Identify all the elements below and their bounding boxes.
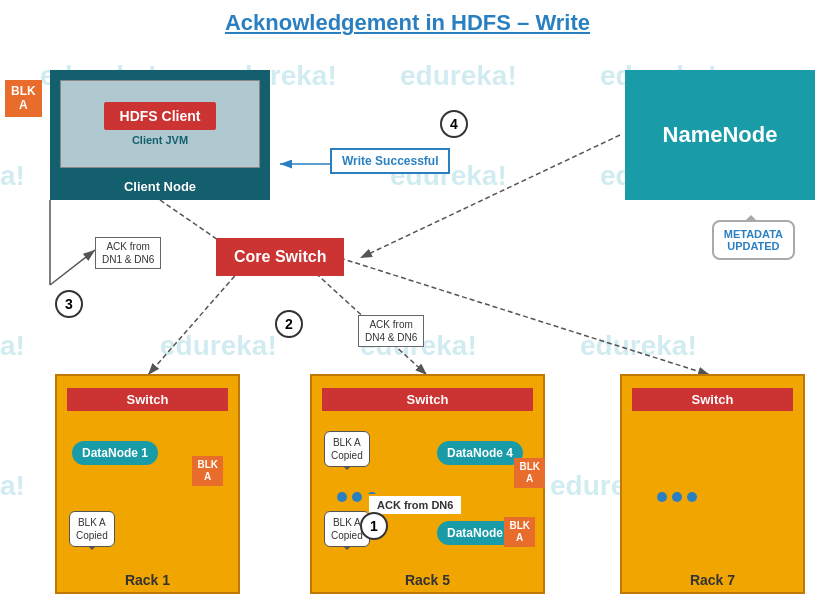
- ack-label-2: ACK from DN4 & DN6: [358, 315, 424, 347]
- watermark-5: a!: [0, 160, 25, 192]
- arrow-switch-to-rack1: [148, 270, 240, 375]
- namenode-label: NameNode: [663, 122, 778, 148]
- dot: [337, 492, 347, 502]
- client-jvm: HDFS Client Client JVM: [60, 80, 260, 168]
- dot: [352, 492, 362, 502]
- rack1-blk-a: BLK A: [192, 456, 223, 486]
- watermark-11: edureka!: [580, 330, 697, 362]
- watermark-8: a!: [0, 330, 25, 362]
- rack-7: Switch Rack 7: [620, 374, 805, 594]
- client-jvm-label: Client JVM: [132, 134, 188, 146]
- rack1-switch: Switch: [67, 388, 228, 411]
- rack1-blk-copied: BLK A Copied: [69, 511, 115, 547]
- datanode-4: DataNode 4: [437, 441, 523, 465]
- circle-4: 4: [440, 110, 468, 138]
- ack-label-1: ACK from DN1 & DN6: [95, 237, 161, 269]
- rack5-blk-a-dn6: BLK A: [504, 517, 535, 547]
- namenode-box: NameNode: [625, 70, 815, 200]
- rack5-blk-copied-center: BLK A Copied: [324, 431, 370, 467]
- circle-1: 1: [360, 512, 388, 540]
- watermark-12: a!: [0, 470, 25, 502]
- rack7-label: Rack 7: [622, 572, 803, 588]
- metadata-text: METADATA UPDATED: [724, 228, 783, 252]
- page-title: Acknowledgement in HDFS – Write: [0, 10, 815, 36]
- datanode-1: DataNode 1: [72, 441, 158, 465]
- rack1-label: Rack 1: [57, 572, 238, 588]
- rack5-label: Rack 5: [312, 572, 543, 588]
- circle-3: 3: [55, 290, 83, 318]
- watermark-3: edureka!: [400, 60, 517, 92]
- write-successful: Write Successful: [330, 148, 450, 174]
- blk-a-topleft: BLK A: [5, 80, 42, 117]
- rack5-blk-a-dn4: BLK A: [514, 458, 545, 488]
- rack7-switch: Switch: [632, 388, 793, 411]
- ack-dn6: ACK from DN6: [367, 494, 463, 516]
- hdfs-client-box: HDFS Client: [104, 102, 217, 130]
- dot: [687, 492, 697, 502]
- rack7-dots: [657, 492, 697, 502]
- dot: [657, 492, 667, 502]
- rack-5: Switch DataNode 4 BLK A BLK A Copied ACK…: [310, 374, 545, 594]
- watermark-9: edureka!: [160, 330, 277, 362]
- client-node: HDFS Client Client JVM Client Node: [50, 70, 270, 200]
- arrow-to-ack1: [50, 250, 95, 285]
- core-switch: Core Switch: [216, 238, 344, 276]
- rack-1: Switch DataNode 1 BLK A BLK A Copied Rac…: [55, 374, 240, 594]
- metadata-bubble: METADATA UPDATED: [712, 220, 795, 260]
- circle-2: 2: [275, 310, 303, 338]
- dot: [672, 492, 682, 502]
- client-node-label: Client Node: [52, 179, 268, 194]
- rack5-switch: Switch: [322, 388, 533, 411]
